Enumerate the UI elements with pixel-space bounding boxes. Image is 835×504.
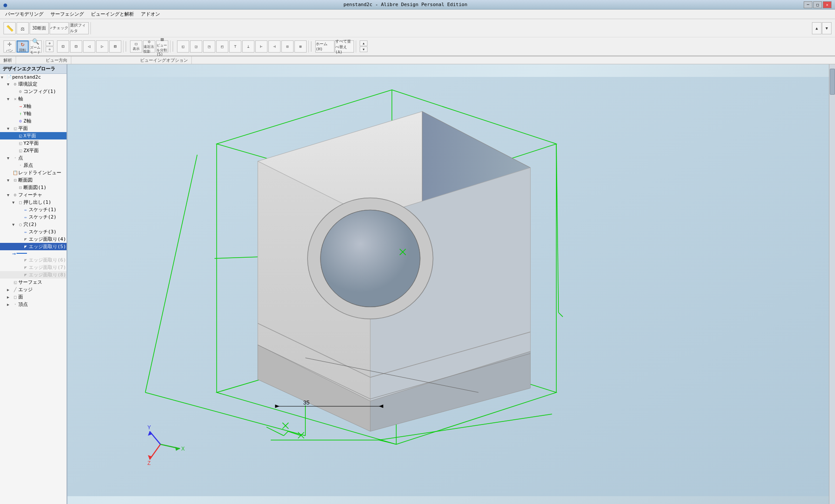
tree-item-sketch2[interactable]: ✏ スケッチ(2)	[0, 213, 67, 221]
tree-item-sketch3[interactable]: ✏ スケッチ(3)	[0, 228, 67, 235]
svg-text:35: 35	[303, 399, 309, 406]
toolbar-sections: 解析 ビュー方向 ビューイングオプション	[0, 56, 835, 64]
tree-item-config[interactable]: ⚙ コンフィグ(1)	[0, 88, 67, 95]
extra-btn-1[interactable]: ▲	[812, 22, 822, 34]
minimize-button[interactable]: ─	[804, 1, 812, 8]
arrange-all-button[interactable]: すべて並べ替え(A)	[335, 40, 354, 53]
view-top-button[interactable]: ⊤	[229, 40, 241, 53]
toolbar-group-extra: ▲ ▼	[810, 22, 833, 34]
home-button[interactable]: ホーム(H)	[315, 40, 334, 53]
toolbar-area: 📏 ⚖ 3D断面 ✓チェック 選択フィルタ	[0, 19, 835, 56]
view-left-button[interactable]: ⊡	[281, 40, 294, 53]
section-label-analysis: 解析	[0, 56, 16, 64]
section-label-view-direction: ビュー方向	[42, 56, 71, 64]
tree-item-root[interactable]: ▼ 📄 penstand2c	[0, 74, 67, 80]
tree-item-vertex[interactable]: ▶ · 頂点	[0, 301, 67, 308]
zoom-prev-button[interactable]: ◁	[83, 40, 95, 53]
svg-text:X: X	[181, 446, 185, 452]
zoom-extent-button[interactable]: ⊡	[57, 40, 69, 53]
check-body-button[interactable]: ✓チェック	[50, 22, 69, 34]
tree-item-redline[interactable]: 📋 レッドラインビュー	[0, 169, 67, 176]
view-iso2-button[interactable]: ◲	[190, 40, 202, 53]
tree-item-xaxis[interactable]: → X軸	[0, 103, 67, 110]
tree-item-extrude[interactable]: ▼ □ 押し出し(1)	[0, 199, 67, 206]
titlebar: ● penstand2c - Alibre Design Personal Ed…	[0, 0, 835, 10]
svg-point-32	[321, 210, 420, 307]
titlebar-controls: ─ □ ✕	[804, 1, 832, 8]
tree-item-xplane[interactable]: ◱ X平面	[0, 132, 67, 139]
zoom-window-button[interactable]: ⊟	[70, 40, 82, 53]
section-label-viewing-options: ビューイングオプション	[137, 56, 192, 64]
menu-viewing-analysis[interactable]: ビューイングと解析	[87, 10, 137, 18]
view-back-button[interactable]: ⊣	[268, 40, 281, 53]
tree-item-edge[interactable]: ▶ ╱ エッジ	[0, 286, 67, 293]
tree-item-surface[interactable]: ◱ サーフェス	[0, 279, 67, 286]
view-iso1-button[interactable]: ◱	[177, 40, 189, 53]
tree-item-edge-chamfer8[interactable]: ◤ エッジ面取り(8)	[0, 271, 67, 279]
small-btn-1[interactable]: ⊕	[46, 40, 53, 46]
viewport[interactable]: 35 Z Y X	[67, 64, 829, 504]
tree-item-zplane[interactable]: ◱ ZX平面	[0, 147, 67, 154]
extra-btn-2[interactable]: ▼	[822, 22, 832, 34]
rotate-button[interactable]: ↻ 回転	[17, 40, 29, 53]
split-view-button[interactable]: ⊞ ビューを分割(S)	[156, 40, 168, 53]
zoom-button[interactable]: 🔍 ズームモード	[30, 40, 42, 53]
tree-item-feature[interactable]: ▼ ⚙ フィーチャ	[0, 191, 67, 199]
tree-item-hole[interactable]: ▼ ○ 穴(2)	[0, 221, 67, 228]
view-iso4-button[interactable]: ◰	[216, 40, 228, 53]
menu-surfacing[interactable]: サーフェシング	[47, 10, 87, 18]
tree-item-plane[interactable]: ▼ ◱ 平面	[0, 125, 67, 132]
tree-item-edge-chamfer5[interactable]: ◤ エッジ面取り(5)	[0, 243, 67, 250]
titlebar-left: ●	[3, 1, 7, 8]
fit-all-button[interactable]: ⊞	[109, 40, 121, 53]
extra-right-btn-2[interactable]: ▼	[360, 46, 367, 52]
menu-addon[interactable]: アドオン	[137, 10, 164, 18]
view-front-button[interactable]: ⊥	[242, 40, 254, 53]
sidebar: デザインエクスプローラ ▼ 📄 penstand2c ▼ ⚙ 環境設定 ⚙ コン…	[0, 64, 67, 504]
zoom-next-button[interactable]: ▷	[96, 40, 108, 53]
tree-item-origin[interactable]: · 原点	[0, 162, 67, 169]
tree-item-sketch1[interactable]: ✏ スケッチ(1)	[0, 206, 67, 213]
perspective-button[interactable]: ◇ 遠近法投影	[143, 40, 155, 53]
selection-filter-button[interactable]: 選択フィルタ	[70, 22, 89, 34]
tree-item-yaxis[interactable]: ↑ Y軸	[0, 110, 67, 117]
menu-parts-modeling[interactable]: パーツモデリング	[2, 10, 47, 18]
view-right-button[interactable]: ⊢	[255, 40, 267, 53]
extra-right-btn-1[interactable]: ▲	[360, 40, 367, 46]
main-layout: デザインエクスプローラ ▼ 📄 penstand2c ▼ ⚙ 環境設定 ⚙ コン…	[0, 64, 835, 504]
section-view-button[interactable]: 3D断面	[30, 22, 49, 34]
tree-item-zaxis[interactable]: ⊙ Z軸	[0, 117, 67, 125]
tree-item-edge-chamfer6[interactable]: ◤ エッジ面取り(6)	[0, 256, 67, 264]
maximize-button[interactable]: □	[813, 1, 822, 8]
app-icon: ●	[3, 1, 7, 8]
close-button[interactable]: ✕	[823, 1, 832, 8]
svg-text:Z: Z	[147, 460, 150, 466]
toolbar-group-analysis: 📏 ⚖ 3D断面 ✓チェック 選択フィルタ	[2, 22, 91, 34]
properties-button[interactable]: ⚖	[17, 22, 29, 34]
menubar: パーツモデリング サーフェシング ビューイングと解析 アドオン	[0, 10, 835, 19]
display-button[interactable]: ◻ 表示	[130, 40, 142, 53]
tree-item-axis[interactable]: ▼ ✕ 軸	[0, 95, 67, 103]
tree-item-section1[interactable]: ⊡ 断面図(1)	[0, 184, 67, 191]
toolbar-group-view-presets: ◱ ◲ ◳ ◰ ⊤ ⊥ ⊢ ⊣ ⊡ ⊞	[175, 40, 309, 53]
tree-item-env[interactable]: ▼ ⚙ 環境設定	[0, 80, 67, 88]
measure-tool-button[interactable]: 📏	[3, 22, 16, 34]
tree-item-yplane[interactable]: ◱ Y2平面	[0, 139, 67, 147]
scrollbar-thumb[interactable]	[830, 69, 835, 95]
tree-item-point[interactable]: ▼ · 点	[0, 154, 67, 162]
titlebar-title: penstand2c - Alibre Design Personal Edit…	[7, 2, 804, 7]
tree-item-edge-chamfer4[interactable]: ◤ エッジ面取り(4)	[0, 235, 67, 243]
small-btn-2[interactable]: ⊖	[46, 46, 53, 52]
model-viewport-svg: 35 Z Y X	[67, 64, 829, 504]
view-iso3-button[interactable]: ◳	[203, 40, 215, 53]
tree-item-face[interactable]: ▶ □ 面	[0, 293, 67, 301]
toolbar-group-view-direction: ✛ パン ↻ 回転 🔍 ズームモード	[2, 40, 44, 53]
svg-text:Y: Y	[147, 424, 151, 431]
pan-button[interactable]: ✛ パン	[3, 40, 16, 53]
toolbar-group-home: ホーム(H) すべて並べ替え(A)	[314, 40, 356, 53]
tree-item-section-view[interactable]: ▼ ⊡ 断面図	[0, 176, 67, 184]
sidebar-header: デザインエクスプローラ	[0, 64, 67, 74]
tree-item-edge-chamfer7[interactable]: ◤ エッジ面取り(7)	[0, 264, 67, 271]
scrollbar-right[interactable]	[829, 64, 835, 504]
view-bottom-button[interactable]: ⊞	[294, 40, 307, 53]
